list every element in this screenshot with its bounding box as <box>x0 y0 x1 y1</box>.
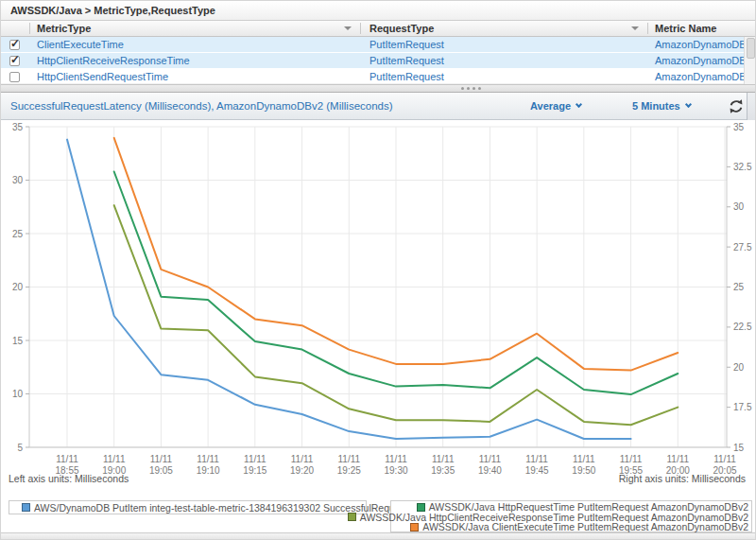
cell-metric-name[interactable]: AmazonDynamoDBv2 <box>655 37 756 52</box>
svg-text:11/11: 11/11 <box>244 454 266 464</box>
svg-text:35: 35 <box>12 122 24 132</box>
chart-title: SuccessfulRequestLatency (Milliseconds),… <box>10 93 393 119</box>
svg-text:27.5: 27.5 <box>733 242 752 253</box>
legend-left-box: AWS/DynamoDB PutItem integ-test-table-me… <box>9 500 367 514</box>
column-separator <box>360 23 361 34</box>
svg-text:15: 15 <box>12 336 24 346</box>
cell-metric-name[interactable]: AmazonDynamoDBv2 <box>655 69 756 84</box>
legend-item[interactable]: AWSSDK/Java ClientExecuteTime PutItemReq… <box>391 522 751 532</box>
svg-text:20: 20 <box>733 362 745 373</box>
metrics-table-rows: ClientExecuteTime PutItemRequest AmazonD… <box>1 37 755 84</box>
svg-text:17.5: 17.5 <box>733 402 752 412</box>
svg-text:30: 30 <box>12 175 24 185</box>
svg-text:5: 5 <box>17 443 23 453</box>
svg-text:11/11: 11/11 <box>291 454 314 464</box>
svg-text:11/11: 11/11 <box>432 454 455 464</box>
period-dropdown-label: 5 Minutes <box>632 100 680 112</box>
svg-text:11/11: 11/11 <box>525 454 548 464</box>
table-row[interactable]: HttpClientSendRequestTime PutItemRequest… <box>1 69 744 84</box>
table-scrollbar-thumb[interactable] <box>747 38 755 59</box>
svg-text:11/11: 11/11 <box>479 454 502 464</box>
column-separator <box>647 23 648 34</box>
cell-request-type[interactable]: PutItemRequest <box>369 69 444 84</box>
bottom-strip <box>1 532 755 540</box>
svg-text:11/11: 11/11 <box>667 454 690 464</box>
metrics-table-header: MetricType RequestType Metric Name <box>1 21 755 37</box>
legend-right-box: AWSSDK/Java HttpRequestTime PutItemReque… <box>390 500 752 532</box>
chart-header: SuccessfulRequestLatency (Milliseconds),… <box>1 93 755 120</box>
svg-text:35: 35 <box>733 122 745 132</box>
series-swatch-orange <box>410 523 419 531</box>
svg-text:19:15: 19:15 <box>243 465 266 476</box>
svg-text:19:45: 19:45 <box>525 465 549 476</box>
statistic-dropdown[interactable]: Average <box>530 93 581 119</box>
splitter-handle-icon[interactable] <box>461 87 481 90</box>
cloudwatch-metrics-widget: AWSSDK/Java > MetricType,RequestType Met… <box>0 0 756 540</box>
svg-text:19:05: 19:05 <box>149 465 173 476</box>
svg-text:19:50: 19:50 <box>572 465 595 476</box>
column-header-metrictype[interactable]: MetricType <box>37 21 91 36</box>
svg-text:32.5: 32.5 <box>733 162 752 172</box>
row-checkbox[interactable] <box>9 72 20 82</box>
legend-label: AWSSDK/Java ClientExecuteTime PutItemReq… <box>422 521 748 532</box>
series-swatch-green <box>417 503 425 512</box>
sort-arrow-icon[interactable] <box>631 26 639 30</box>
latency-line-chart[interactable]: 35302520151053532.53027.52522.52017.5151… <box>1 120 756 488</box>
chevron-down-icon <box>685 101 692 108</box>
svg-text:19:30: 19:30 <box>384 465 407 476</box>
table-row[interactable]: ClientExecuteTime PutItemRequest AmazonD… <box>1 37 744 53</box>
svg-text:11/11: 11/11 <box>573 454 595 464</box>
svg-text:30: 30 <box>733 201 745 212</box>
svg-text:15: 15 <box>733 443 745 453</box>
refresh-icon <box>728 98 745 114</box>
series-swatch-blue <box>22 503 30 512</box>
series-swatch-olive <box>348 513 356 521</box>
svg-text:19:20: 19:20 <box>290 465 314 476</box>
breadcrumb-label: AWSSDK/Java > MetricType,RequestType <box>10 5 215 16</box>
right-axis-units-label: Right axis units: Milliseconds <box>619 473 746 484</box>
left-axis-units-label: Left axis units: Milliseconds <box>9 473 129 484</box>
svg-text:11/11: 11/11 <box>56 454 78 464</box>
cell-request-type[interactable]: PutItemRequest <box>369 53 444 68</box>
column-header-requesttype[interactable]: RequestType <box>369 21 434 36</box>
cell-metric-type[interactable]: HttpClientReceiveResponseTime <box>37 53 190 68</box>
svg-text:11/11: 11/11 <box>620 454 643 464</box>
refresh-button[interactable] <box>728 98 745 114</box>
row-checkbox[interactable] <box>9 56 20 66</box>
svg-text:25: 25 <box>733 282 745 292</box>
table-scrollbar[interactable] <box>744 37 756 84</box>
cell-metric-type[interactable]: HttpClientSendRequestTime <box>37 69 168 84</box>
legend-item[interactable]: AWS/DynamoDB PutItem integ-test-table-me… <box>9 501 366 514</box>
column-header-metricname[interactable]: Metric Name <box>655 21 716 36</box>
svg-text:11/11: 11/11 <box>338 454 361 464</box>
svg-text:22.5: 22.5 <box>733 322 752 332</box>
svg-text:11/11: 11/11 <box>713 454 736 464</box>
column-separator <box>29 23 30 34</box>
svg-text:11/11: 11/11 <box>197 454 219 464</box>
svg-text:19:25: 19:25 <box>337 465 361 476</box>
chevron-down-icon <box>576 101 582 108</box>
chart-scrollbar-cap[interactable] <box>747 93 756 120</box>
period-dropdown[interactable]: 5 Minutes <box>632 93 691 119</box>
sort-arrow-icon[interactable] <box>344 26 352 30</box>
row-checkbox[interactable] <box>9 40 20 50</box>
svg-text:19:40: 19:40 <box>478 465 502 476</box>
svg-text:19:10: 19:10 <box>197 465 220 476</box>
pane-splitter[interactable] <box>1 84 755 93</box>
svg-text:25: 25 <box>12 229 24 239</box>
statistic-dropdown-label: Average <box>530 100 571 112</box>
svg-text:11/11: 11/11 <box>385 454 407 464</box>
svg-text:10: 10 <box>12 389 24 399</box>
svg-text:19:35: 19:35 <box>431 465 455 476</box>
cell-metric-name[interactable]: AmazonDynamoDBv2 <box>655 53 756 68</box>
svg-text:11/11: 11/11 <box>150 454 173 464</box>
svg-text:20: 20 <box>12 282 24 292</box>
breadcrumb[interactable]: AWSSDK/Java > MetricType,RequestType <box>1 1 755 21</box>
cell-request-type[interactable]: PutItemRequest <box>369 37 444 52</box>
cell-metric-type[interactable]: ClientExecuteTime <box>37 37 124 52</box>
table-row[interactable]: HttpClientReceiveResponseTime PutItemReq… <box>1 53 744 69</box>
svg-text:11/11: 11/11 <box>103 454 126 464</box>
